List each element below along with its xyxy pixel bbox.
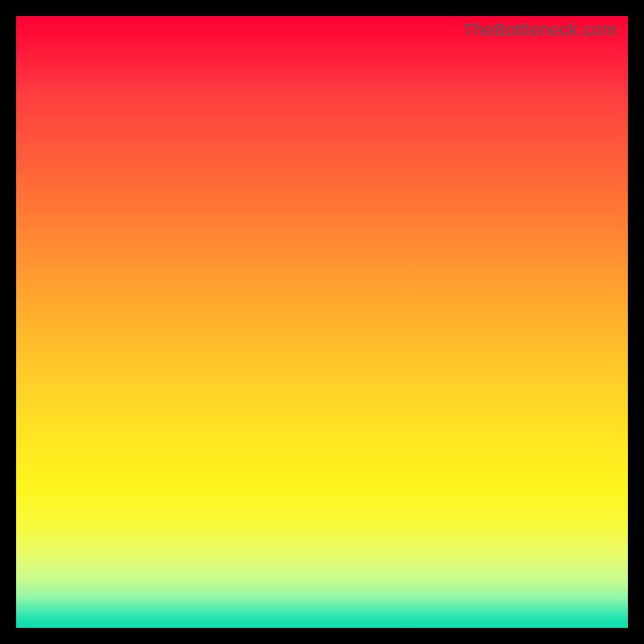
gradient-background bbox=[16, 16, 628, 628]
chart-frame: TheBottleneck.com bbox=[0, 0, 644, 644]
plot-area: TheBottleneck.com bbox=[16, 16, 628, 628]
